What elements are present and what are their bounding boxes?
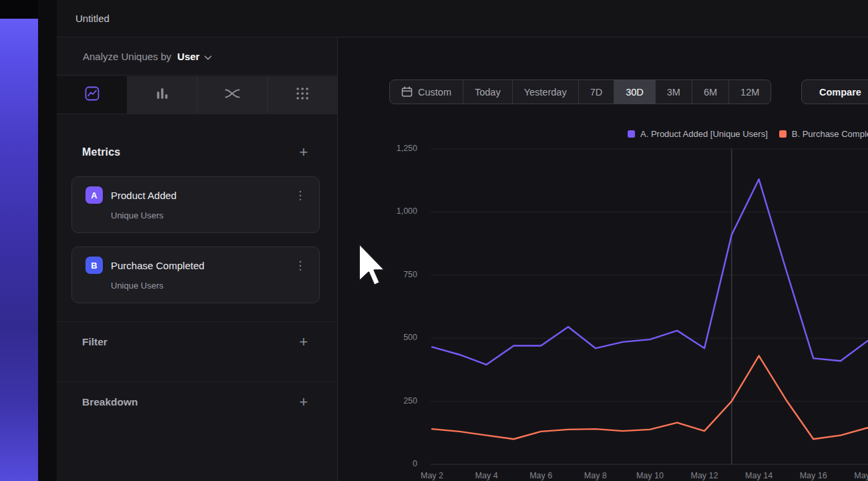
y-axis-label: 1,250 bbox=[377, 144, 417, 153]
x-axis-label: May 4 bbox=[464, 471, 509, 480]
date-range-segmented-control: CustomTodayYesterday7D30D3M6M12M bbox=[389, 79, 771, 104]
legend-item-b[interactable]: B. Purchase Completed [Unique Users] bbox=[779, 129, 868, 139]
app-window: Untitled Analyze Uniques by User Metrics… bbox=[0, 0, 868, 481]
section-filter: Filter + bbox=[57, 325, 337, 359]
range-3m[interactable]: 3M bbox=[655, 80, 692, 104]
document-title[interactable]: Untitled bbox=[75, 0, 110, 37]
analyze-by-dropdown[interactable]: User bbox=[178, 51, 212, 62]
y-axis-label: 250 bbox=[377, 396, 417, 406]
legend-swatch-icon bbox=[779, 130, 787, 138]
topbar: Untitled bbox=[57, 0, 868, 37]
x-axis-label: May 18 bbox=[845, 471, 868, 480]
add-filter-button[interactable]: + bbox=[299, 335, 308, 349]
range-6m[interactable]: 6M bbox=[692, 80, 728, 104]
metric-card-row: B Purchase Completed ⋮ bbox=[85, 257, 310, 274]
kebab-menu-icon[interactable]: ⋮ bbox=[290, 260, 310, 271]
chart-legend: A. Product Added [Unique Users] B. Purch… bbox=[628, 127, 868, 140]
tab-bar-chart[interactable] bbox=[127, 76, 197, 114]
section-label: Filter bbox=[82, 336, 107, 348]
analyze-label: Analyze Uniques by bbox=[83, 51, 172, 62]
add-metric-button[interactable]: + bbox=[299, 145, 308, 160]
metrics-heading: Metrics bbox=[82, 146, 120, 158]
x-axis-label: May 14 bbox=[736, 471, 782, 480]
chart-type-tabs bbox=[57, 76, 337, 114]
section-divider bbox=[57, 381, 337, 382]
metric-subtitle: Unique Users bbox=[111, 281, 310, 291]
range-yesterday[interactable]: Yesterday bbox=[512, 80, 578, 104]
chevron-down-icon bbox=[204, 51, 212, 62]
range-7d[interactable]: 7D bbox=[578, 80, 614, 104]
line-chart-icon bbox=[85, 86, 99, 104]
analyze-value: User bbox=[178, 51, 200, 62]
analyze-header: Analyze Uniques by User bbox=[57, 37, 337, 75]
add-breakdown-button[interactable]: + bbox=[299, 395, 308, 410]
kebab-menu-icon[interactable]: ⋮ bbox=[290, 190, 310, 201]
bar-chart-icon bbox=[155, 86, 170, 104]
metric-card-row: A Product Added ⋮ bbox=[85, 186, 310, 204]
y-axis-label: 500 bbox=[377, 333, 417, 342]
y-axis-label: 0 bbox=[377, 459, 417, 468]
metric-badge: B bbox=[85, 257, 103, 274]
metric-card[interactable]: A Product Added ⋮ Unique Users bbox=[71, 176, 320, 233]
line-chart-canvas[interactable] bbox=[427, 144, 868, 472]
section-breakdown: Breakdown + bbox=[57, 385, 337, 420]
section-label: Breakdown bbox=[82, 396, 138, 408]
x-axis-label: May 6 bbox=[518, 471, 564, 480]
x-axis-label: May 8 bbox=[573, 471, 618, 480]
flow-icon bbox=[224, 87, 240, 103]
data-table-icon bbox=[295, 86, 310, 104]
legend-item-a[interactable]: A. Product Added [Unique Users] bbox=[628, 129, 768, 139]
x-axis-label: May 2 bbox=[409, 471, 455, 480]
x-axis-label: May 12 bbox=[682, 471, 727, 480]
nav-corner-block bbox=[0, 0, 38, 19]
tab-flow[interactable] bbox=[197, 76, 267, 114]
metrics-header-row: Metrics + bbox=[57, 138, 337, 167]
calendar-icon bbox=[401, 86, 413, 98]
x-axis-label: May 10 bbox=[627, 471, 672, 480]
metric-title: Product Added bbox=[111, 190, 176, 201]
compare-button[interactable]: Compare bbox=[801, 79, 868, 104]
nav-gutter bbox=[38, 0, 57, 481]
tab-line-chart[interactable] bbox=[57, 76, 127, 114]
app-nav-strip bbox=[0, 0, 38, 481]
range-12m[interactable]: 12M bbox=[728, 80, 771, 104]
section-divider bbox=[57, 321, 337, 322]
metric-badge: A bbox=[85, 186, 103, 204]
query-panel: Analyze Uniques by User Metrics + A Prod… bbox=[57, 37, 337, 481]
legend-swatch-icon bbox=[628, 130, 635, 138]
range-custom[interactable]: Custom bbox=[390, 80, 463, 104]
metric-subtitle: Unique Users bbox=[111, 210, 310, 220]
tab-data-table[interactable] bbox=[267, 76, 337, 114]
y-axis-label: 750 bbox=[377, 270, 417, 279]
x-axis-label: May 16 bbox=[791, 471, 836, 480]
range-30d[interactable]: 30D bbox=[614, 80, 655, 104]
metric-title: Purchase Completed bbox=[111, 260, 204, 271]
metric-card[interactable]: B Purchase Completed ⋮ Unique Users bbox=[71, 247, 320, 303]
range-today[interactable]: Today bbox=[463, 80, 512, 104]
y-axis-label: 1,000 bbox=[377, 206, 417, 216]
